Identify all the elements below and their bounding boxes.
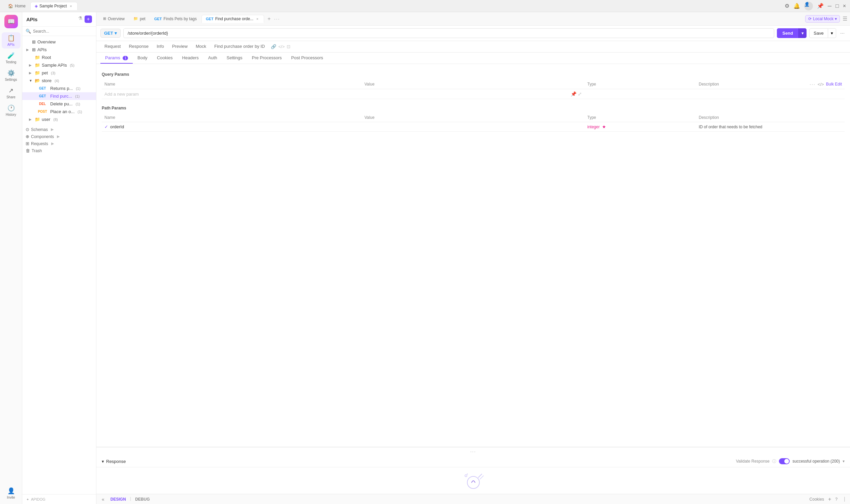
nav-item-pet[interactable]: ▶ 📁 pet (3): [22, 69, 96, 77]
help-bottom-button[interactable]: ?: [835, 497, 837, 502]
method-selector[interactable]: GET ▾: [100, 29, 121, 38]
expand-icon[interactable]: ⊡: [287, 44, 290, 49]
tab-overview[interactable]: ⊞ Overview: [99, 15, 129, 22]
tab-info[interactable]: Info: [153, 41, 168, 52]
home-tab[interactable]: 🏠 Home: [4, 2, 30, 10]
bulk-edit-button[interactable]: Bulk Edit: [826, 82, 842, 87]
mock-button[interactable]: ⟳ Local Mock ▾: [805, 15, 840, 22]
nav-item-store[interactable]: ▼ 📂 store (4): [22, 77, 96, 85]
debug-button[interactable]: DEBUG: [132, 496, 153, 502]
tab-close-button[interactable]: ×: [68, 4, 73, 8]
design-debug-toggle: DESIGN | DEBUG: [107, 496, 153, 502]
find-purc-method-badge: GET: [36, 94, 49, 98]
send-arrow-button[interactable]: ▾: [798, 28, 806, 38]
new-param-name-input[interactable]: [104, 92, 359, 97]
url-more-button[interactable]: ···: [839, 29, 846, 38]
pin-icon[interactable]: 📌: [817, 3, 824, 9]
sub-tab-pre-processors[interactable]: Pre Processors: [247, 53, 287, 64]
add-bottom-button[interactable]: +: [828, 496, 831, 502]
cookies-button[interactable]: Cookies: [810, 497, 824, 502]
code-icon[interactable]: </>: [278, 44, 285, 49]
nav-item-overview[interactable]: ⊞ Overview: [22, 38, 96, 46]
sidebar-item-settings[interactable]: ⚙️ Settings: [2, 67, 20, 84]
sub-tab-params[interactable]: Params 1: [100, 53, 133, 64]
nav-item-requests[interactable]: ⊞ Requests ▶: [22, 140, 96, 147]
root-folder-icon: 📁: [35, 55, 40, 60]
tab-preview[interactable]: Preview: [168, 41, 192, 52]
maximize-button[interactable]: □: [835, 3, 839, 9]
title-bar-left: 🏠 Home ◈ Sample Project ×: [4, 2, 77, 10]
save-button[interactable]: Save: [809, 28, 828, 38]
nav-item-root[interactable]: 📁 Root: [22, 54, 96, 61]
nav-item-components[interactable]: ⊕ Components ▶: [22, 133, 96, 140]
sidebar-item-share[interactable]: ↗ Share: [2, 85, 20, 101]
tab-mock[interactable]: Mock: [192, 41, 210, 52]
code-view-icon[interactable]: </>: [818, 82, 824, 87]
nav-item-apis[interactable]: ▶ ⊞ APIs: [22, 46, 96, 54]
add-item-button[interactable]: +: [85, 16, 92, 23]
app-logo: 📖: [4, 15, 18, 28]
pet-chevron: ▶: [29, 71, 33, 75]
tab-finds-pets[interactable]: GET Finds Pets by tags: [150, 15, 201, 22]
bell-icon[interactable]: 🔔: [793, 3, 800, 9]
sub-tab-post-processors[interactable]: Post Processors: [287, 53, 328, 64]
history-label: History: [6, 113, 16, 116]
nav-item-trash[interactable]: 🗑 Trash: [22, 147, 96, 154]
response-chevron-icon: ▾: [102, 459, 104, 464]
project-tab[interactable]: ◈ Sample Project ×: [30, 2, 77, 10]
menu-icon[interactable]: ☰: [843, 16, 847, 22]
tab-find-purchase-close[interactable]: ×: [255, 17, 260, 21]
param-value-input[interactable]: [365, 124, 582, 129]
nav-item-find-purc[interactable]: GET Find purc... (1): [22, 92, 96, 100]
sidebar-item-testing[interactable]: 🧪 Testing: [2, 50, 20, 66]
link-icon[interactable]: 🔗: [271, 44, 276, 49]
row-check-icon[interactable]: ✓: [104, 124, 108, 129]
expand-param-icon[interactable]: ⤢: [578, 91, 582, 97]
search-input[interactable]: [33, 29, 93, 34]
save-arrow-button[interactable]: ▾: [828, 28, 836, 38]
sub-tab-auth[interactable]: Auth: [204, 53, 222, 64]
sub-tab-headers[interactable]: Headers: [177, 53, 204, 64]
add-query-param-row: 📌 ⤢: [102, 89, 845, 99]
pin-param-icon[interactable]: 📌: [571, 91, 576, 97]
new-param-value-input[interactable]: [365, 92, 570, 97]
send-button[interactable]: Send: [777, 28, 798, 38]
settings-icon[interactable]: ⚙: [785, 3, 790, 9]
drag-handle[interactable]: ···: [470, 449, 476, 454]
close-button[interactable]: ×: [843, 3, 846, 9]
nav-item-returns-p[interactable]: GET Returns p... (1): [22, 85, 96, 92]
sidebar-item-apis[interactable]: 📋 APIs: [2, 32, 20, 49]
more-tabs-button[interactable]: ···: [274, 16, 280, 21]
sidebar-item-history[interactable]: 🕐 History: [2, 102, 20, 119]
minimize-button[interactable]: ─: [828, 3, 831, 9]
scroll-indicator[interactable]: ▕: [842, 497, 845, 502]
tab-pet[interactable]: 📁 pet: [129, 15, 150, 22]
design-button[interactable]: DESIGN: [107, 496, 129, 502]
add-tab-button[interactable]: +: [265, 15, 273, 23]
sub-tab-cookies[interactable]: Cookies: [152, 53, 177, 64]
tab-find-purchase[interactable]: GET Find purchase orde... ×: [202, 15, 264, 23]
nav-item-schemas[interactable]: ⊙ Schemas ▶: [22, 126, 96, 133]
sub-tab-settings[interactable]: Settings: [222, 53, 247, 64]
sub-tab-body[interactable]: Body: [133, 53, 152, 64]
sample-apis-folder-icon: 📁: [35, 62, 40, 68]
apis-icon: 📋: [7, 34, 15, 42]
back-nav-button[interactable]: «: [102, 497, 104, 502]
nav-item-delete-pu[interactable]: DEL Delete pu... (1): [22, 100, 96, 108]
sidebar-item-invite[interactable]: 👤 Invite: [2, 485, 20, 501]
sample-apis-chevron: ▶: [29, 63, 33, 67]
avatar[interactable]: 👤: [804, 2, 813, 11]
response-collapse-button[interactable]: ▾ Response: [102, 459, 126, 464]
tab-request[interactable]: Request: [100, 41, 125, 52]
nav-item-place-an-o[interactable]: POST Place an o... (1): [22, 108, 96, 115]
tab-find-purchase-by-id[interactable]: Find purchase order by ID: [210, 41, 269, 52]
query-more-button[interactable]: ···: [810, 82, 816, 87]
tab-response[interactable]: Response: [125, 41, 153, 52]
validate-info-icon[interactable]: ⓘ: [772, 458, 776, 464]
response-status-chevron-icon[interactable]: ▾: [843, 459, 845, 464]
url-input[interactable]: [123, 28, 774, 38]
filter-icon[interactable]: ⚗: [78, 16, 83, 23]
nav-item-user[interactable]: ▶ 📁 user (8): [22, 115, 96, 123]
validate-toggle[interactable]: [779, 458, 790, 464]
nav-item-sample-apis[interactable]: ▶ 📁 Sample APIs (5): [22, 61, 96, 69]
